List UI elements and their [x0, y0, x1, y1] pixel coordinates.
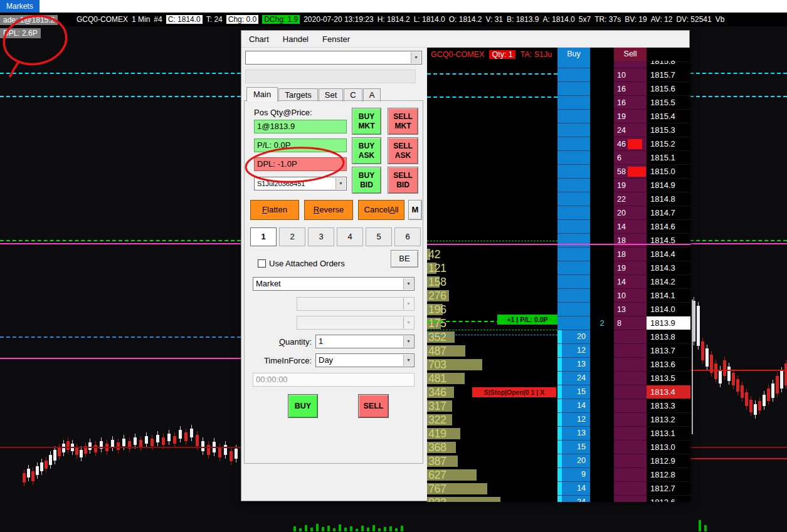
dropdown-arrow-icon[interactable]: ▼ [335, 178, 346, 189]
tab-c[interactable]: C [344, 88, 362, 102]
tab-set[interactable]: Set [319, 88, 344, 102]
price-cell[interactable]: 1813.9 [647, 316, 690, 330]
price-cell[interactable]: 1812.8 [647, 468, 690, 482]
buy-cell[interactable] [557, 303, 590, 316]
buy-cell[interactable] [557, 96, 590, 110]
buy-cell[interactable] [557, 275, 590, 289]
cancel-all-button[interactable]: CancelAll [358, 200, 404, 220]
price-cell[interactable]: 1814.7 [647, 206, 690, 220]
buy-cell[interactable] [557, 261, 590, 275]
sell-cell[interactable] [614, 496, 647, 502]
qty-preset-3[interactable]: 3 [308, 227, 334, 246]
buy-cell[interactable] [557, 61, 590, 68]
buy-cell[interactable] [557, 137, 590, 151]
buy-cell[interactable] [557, 82, 590, 96]
price-cell[interactable]: 1813.6 [647, 358, 690, 372]
qty-preset-4[interactable]: 4 [337, 227, 363, 246]
sell-cell[interactable] [614, 413, 647, 427]
markets-button[interactable]: Markets [0, 0, 40, 13]
qty-preset-1[interactable]: 1 [250, 227, 277, 246]
dropdown-arrow-icon[interactable]: ▼ [411, 52, 421, 63]
price-cell[interactable]: 1815.2 [647, 137, 690, 151]
price-cell[interactable]: 1812.7 [647, 482, 690, 496]
strategy-combo[interactable]: S1Jul20368451 ▼ [254, 177, 347, 190]
price-cell[interactable]: 1815.0 [647, 165, 690, 179]
dropdown-arrow-icon[interactable]: ▼ [403, 355, 413, 366]
sell-cell[interactable] [614, 358, 647, 372]
price-cell[interactable]: 1814.2 [647, 275, 690, 289]
buy-cell[interactable]: 20 [557, 330, 590, 344]
sell-cell[interactable]: 19 [614, 110, 647, 123]
buy-cell[interactable]: 14 [557, 482, 590, 496]
buy-cell[interactable] [557, 248, 590, 261]
price-cell[interactable]: 1813.4 [647, 385, 690, 399]
sell-cell[interactable] [614, 385, 647, 399]
sell-cell[interactable] [614, 468, 647, 482]
m-button[interactable]: M [408, 200, 422, 220]
sell-mkt-button[interactable]: SELLMKT [388, 108, 418, 135]
qty-preset-5[interactable]: 5 [366, 227, 392, 246]
sell-bid-button[interactable]: SELLBID [388, 167, 418, 194]
price-cell[interactable]: 1812.9 [647, 454, 690, 468]
sell-cell[interactable] [614, 61, 647, 68]
qty-preset-2[interactable]: 2 [279, 227, 305, 246]
sell-cell[interactable] [614, 454, 647, 468]
sell-cell[interactable] [614, 399, 647, 413]
flatten-button[interactable]: Flatten [250, 200, 299, 220]
price-cell[interactable]: 1814.1 [647, 289, 690, 303]
buy-cell[interactable]: 13 [557, 427, 590, 441]
sell-cell[interactable]: 16 [614, 82, 647, 96]
price-cell[interactable]: 1815.6 [647, 82, 690, 96]
qty-preset-6[interactable]: 6 [394, 227, 421, 246]
buy-bid-button[interactable]: BUYBID [352, 167, 381, 194]
sell-cell[interactable]: 14 [614, 220, 647, 234]
sell-cell[interactable]: 46 [614, 137, 647, 151]
buy-cell[interactable]: 15 [557, 441, 590, 454]
price-cell[interactable]: 1815.3 [647, 123, 690, 137]
sell-cell[interactable] [614, 441, 647, 454]
price-cell[interactable]: 1813.8 [647, 330, 690, 344]
sell-cell[interactable]: 16 [614, 96, 647, 110]
sell-cell[interactable]: 10 [614, 289, 647, 303]
menu-item-handel[interactable]: Handel [283, 34, 309, 44]
buy-cell[interactable] [557, 110, 590, 123]
sell-cell[interactable]: 19 [614, 261, 647, 275]
buy-cell[interactable] [557, 165, 590, 179]
price-cell[interactable]: 1813.7 [647, 344, 690, 358]
buy-button[interactable]: BUY [288, 394, 318, 418]
instrument-combo[interactable]: ▼ [245, 51, 422, 65]
buy-cell[interactable]: 9 [557, 468, 590, 482]
price-cell[interactable]: 1814.0 [647, 303, 690, 316]
price-cell[interactable]: 1814.5 [647, 234, 690, 248]
tab-a[interactable]: A [363, 88, 381, 102]
sell-cell[interactable]: 19 [614, 179, 647, 192]
sell-cell[interactable]: 24 [614, 123, 647, 137]
sell-cell[interactable]: 6 [614, 151, 647, 165]
price-cell[interactable]: 1814.3 [647, 261, 690, 275]
quantity-combo[interactable]: 1 ▼ [315, 335, 415, 348]
buy-cell[interactable] [557, 206, 590, 220]
price-cell[interactable]: 1813.0 [647, 441, 690, 454]
buy-cell[interactable]: 24 [557, 372, 590, 385]
menu-item-fenster[interactable]: Fenster [322, 34, 350, 44]
tab-main[interactable]: Main [246, 87, 278, 102]
sell-cell[interactable]: 10 [614, 68, 647, 82]
price-cell[interactable]: 1814.9 [647, 179, 690, 192]
price-cell[interactable]: 1813.5 [647, 372, 690, 385]
use-attached-orders-checkbox[interactable] [258, 259, 266, 268]
sell-cell[interactable] [614, 427, 647, 441]
buy-cell[interactable] [557, 179, 590, 192]
buy-cell[interactable]: 14 [557, 399, 590, 413]
sell-cell[interactable]: 58 [614, 165, 647, 179]
sell-cell[interactable]: 18 [614, 248, 647, 261]
sell-cell[interactable] [614, 330, 647, 344]
buy-cell[interactable] [557, 123, 590, 137]
dropdown-arrow-icon[interactable]: ▼ [403, 278, 413, 289]
buy-mkt-button[interactable]: BUYMKT [352, 108, 381, 135]
buy-cell[interactable] [557, 234, 590, 248]
buy-cell[interactable]: 13 [557, 358, 590, 372]
buy-cell[interactable] [557, 220, 590, 234]
breakeven-button[interactable]: BE [391, 250, 418, 268]
sell-cell[interactable]: 20 [614, 206, 647, 220]
buy-cell[interactable] [557, 316, 590, 330]
